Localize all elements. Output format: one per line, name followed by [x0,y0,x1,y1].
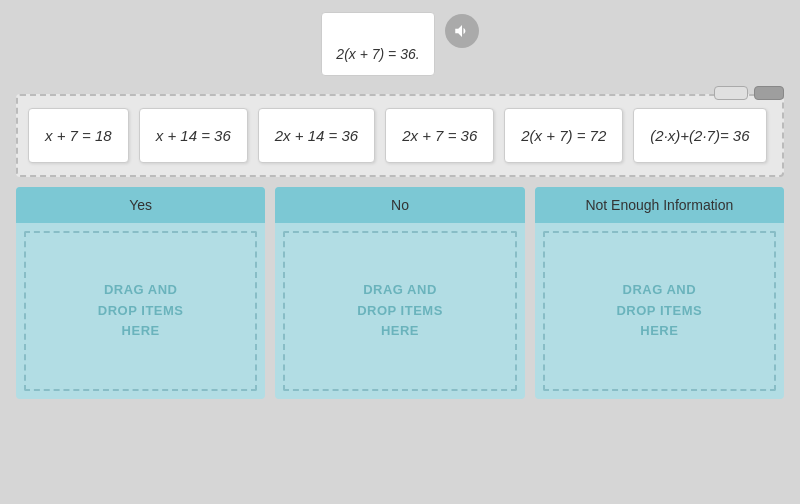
drag-hint-not-enough: DRAG AND DROP ITEMS HERE [616,280,702,342]
drag-hint-yes: DRAG AND DROP ITEMS HERE [98,280,184,342]
drop-zone-no[interactable]: NoDRAG AND DROP ITEMS HERE [275,187,524,399]
drop-zone-header-no: No [275,187,524,223]
drop-zone-body-no: DRAG AND DROP ITEMS HERE [283,231,516,391]
equation-card-eq5[interactable]: 2(x + 7) = 72 [504,108,623,163]
drop-zone-body-not-enough: DRAG AND DROP ITEMS HERE [543,231,776,391]
speaker-icon [453,22,471,40]
drop-zone-body-yes: DRAG AND DROP ITEMS HERE [24,231,257,391]
drop-zone-header-not-enough: Not Enough Information [535,187,784,223]
check-button[interactable] [754,86,784,100]
equation-card-eq4[interactable]: 2x + 7 = 36 [385,108,494,163]
drop-zone-not-enough[interactable]: Not Enough InformationDRAG AND DROP ITEM… [535,187,784,399]
instruction-equation: 2(x + 7) = 36. [336,46,419,62]
drop-zone-header-yes: Yes [16,187,265,223]
drop-zone-yes[interactable]: YesDRAG AND DROP ITEMS HERE [16,187,265,399]
drag-hint-no: DRAG AND DROP ITEMS HERE [357,280,443,342]
drop-zones: YesDRAG AND DROP ITEMS HERENoDRAG AND DR… [16,187,784,399]
equations-container: x + 7 = 18x + 14 = 362x + 14 = 362x + 7 … [16,94,784,177]
speaker-button[interactable] [445,14,479,48]
instruction-box: 2(x + 7) = 36. [321,12,434,76]
action-buttons [714,86,784,100]
equation-card-eq2[interactable]: x + 14 = 36 [139,108,248,163]
top-area: 2(x + 7) = 36. [0,0,800,84]
equation-card-eq3[interactable]: 2x + 14 = 36 [258,108,375,163]
equation-card-eq6[interactable]: (2·x)+(2·7)= 36 [633,108,766,163]
equation-card-eq1[interactable]: x + 7 = 18 [28,108,129,163]
clear-button[interactable] [714,86,748,100]
